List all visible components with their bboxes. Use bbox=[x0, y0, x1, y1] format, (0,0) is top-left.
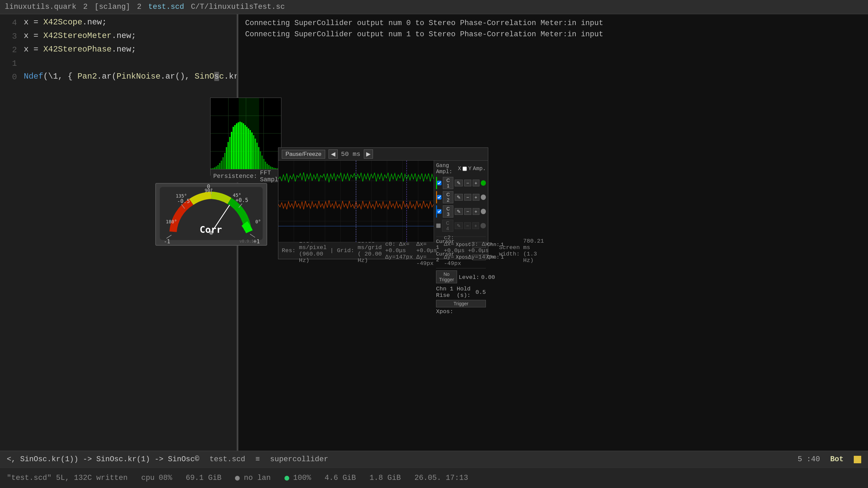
trigger-btn[interactable]: Trigger bbox=[436, 300, 486, 307]
trigger-section[interactable]: No Trigger Level: 0.00 Chn 1 Rise Hold (… bbox=[436, 268, 486, 315]
status-filename: test.scd bbox=[210, 455, 245, 464]
ch2-plus-btn[interactable]: + bbox=[473, 194, 479, 201]
line-num-4: 4 bbox=[3, 18, 17, 27]
lang-label: [sclang] bbox=[94, 3, 130, 11]
hold-val: 0.5 bbox=[475, 289, 486, 296]
line-num-3: 3 bbox=[3, 31, 17, 41]
time-left-btn[interactable]: ◀ bbox=[329, 149, 338, 159]
status-right: 5 :40 Bot bbox=[797, 455, 861, 464]
spectrum-controls[interactable]: Persistence: FFT Samples: 2048 ◀ ▶ N/Oct… bbox=[211, 169, 281, 183]
status-bar: <, SinOsc.kr(1)) -> SinOsc.kr(1) -> SinO… bbox=[0, 451, 868, 468]
separator1: | bbox=[330, 247, 333, 254]
ch4-green-btn[interactable] bbox=[480, 223, 486, 228]
scope-top-bar[interactable]: Pause/Freeze ◀ 50 ms ▶ bbox=[278, 148, 488, 161]
cpu-section: cpu 08% bbox=[141, 474, 172, 482]
ch2-checkbox[interactable] bbox=[437, 195, 441, 200]
net-section: no lan bbox=[235, 474, 271, 482]
svg-text:180°: 180° bbox=[166, 219, 177, 224]
scope-channels-display bbox=[278, 161, 434, 242]
mem2-section: 4.6 GiB bbox=[324, 474, 356, 482]
ch3-minus-btn[interactable]: − bbox=[464, 208, 471, 215]
line-content-4: x = X42Scope.new; bbox=[24, 18, 107, 27]
ch3-btn[interactable]: C 3 bbox=[443, 205, 453, 218]
spectrum-highlight bbox=[239, 98, 259, 169]
amp-label: Amp. bbox=[473, 166, 486, 172]
ch3-green-btn[interactable] bbox=[481, 209, 486, 214]
yellow-indicator bbox=[854, 456, 861, 463]
channel2-row[interactable]: C 2 ✎ − + bbox=[436, 191, 486, 203]
ch1-btn[interactable]: C 1 bbox=[443, 177, 453, 189]
line-num-2: 2 bbox=[3, 45, 17, 55]
screen-val: 780.21 ms (1.3 Hz) bbox=[523, 238, 544, 264]
line-content-0: Ndef(\1, { Pan2.ar(PinkNoise.ar(), SinOs… bbox=[24, 72, 237, 81]
ch4-edit-btn[interactable]: ✎ bbox=[455, 222, 463, 229]
ch2-edit-btn[interactable]: ✎ bbox=[455, 194, 463, 201]
spectrum-window[interactable]: Persistence: FFT Samples: 2048 ◀ ▶ N/Oct… bbox=[210, 98, 281, 176]
pause-freeze-btn[interactable]: Pause/Freeze bbox=[282, 150, 325, 159]
c3-label: c3: Δx= +0.0μs Δy=147px bbox=[468, 241, 496, 260]
ch3-plus-btn[interactable]: + bbox=[473, 208, 479, 215]
time-val: 50 ms bbox=[341, 150, 360, 158]
status-pos: 5 :40 bbox=[797, 455, 820, 464]
info-bar: "test.scd" 5L, 132C written cpu 08% 69.1… bbox=[0, 468, 868, 488]
ch3-checkbox[interactable] bbox=[437, 209, 441, 214]
status-dot bbox=[284, 476, 289, 481]
time-right-btn[interactable]: ▶ bbox=[364, 149, 373, 159]
channel1-row[interactable]: C 1 ✎ − + bbox=[436, 177, 486, 189]
level-label: Level: bbox=[459, 274, 479, 281]
channel3-row[interactable]: C 3 ✎ − + bbox=[436, 205, 486, 218]
filename-tab[interactable]: test.scd bbox=[148, 3, 184, 11]
oscilloscope-window[interactable]: Pause/Freeze ◀ 50 ms ▶ bbox=[278, 147, 488, 259]
correlation-window[interactable]: -1 -0.5 0 +0.5 +1 180° 135° 90° 45° 0° C… bbox=[155, 183, 267, 246]
net-label: no lan bbox=[244, 474, 271, 482]
c2-label: c2: Δx= +0.0μs Δy= -49px bbox=[444, 235, 465, 267]
line-num-0: 0 bbox=[3, 72, 17, 82]
ch1-minus-btn[interactable]: − bbox=[464, 180, 471, 186]
ch1-plus-btn[interactable]: + bbox=[473, 180, 479, 186]
grid-v3 bbox=[263, 98, 264, 169]
chn1-rise-label: Chn 1 Rise bbox=[436, 286, 455, 299]
ch2-btn[interactable]: C 2 bbox=[443, 191, 453, 203]
channel4-row[interactable]: C 4 ✎ − + bbox=[436, 220, 486, 232]
svg-text:Corr: Corr bbox=[200, 224, 222, 235]
scope-sidebar[interactable]: Gang Ampl: X Y Amp. C 1 ✎ − + C 2 ✎ − + bbox=[434, 161, 488, 242]
bot-label: Bot bbox=[830, 455, 844, 464]
status-lang: supercollider bbox=[270, 455, 329, 464]
code-line-3: 3 x = X42StereoMeter.new; bbox=[0, 31, 237, 45]
line-content-3: x = X42StereoMeter.new; bbox=[24, 31, 136, 40]
mem-val: 69.1 GiB bbox=[186, 474, 222, 482]
console-line-1: Connecting SuperCollider output num 0 to… bbox=[245, 19, 861, 27]
y-label: Y bbox=[468, 166, 472, 172]
top-bar: linuxutils.quark 2 [sclang] 2 test.scd C… bbox=[0, 0, 868, 14]
ch4-btn[interactable]: C 4 bbox=[442, 220, 453, 232]
written-msg-section: "test.scd" 5L, 132C written bbox=[7, 474, 127, 482]
gang-ampl-row: Gang Ampl: X Y Amp. bbox=[436, 163, 486, 175]
ch1-edit-btn[interactable]: ✎ bbox=[455, 180, 463, 186]
c0-label: c0: Δx= +0.0μs Δy=147px bbox=[385, 241, 413, 260]
svg-text:90°: 90° bbox=[204, 188, 213, 193]
status-eq: ≡ bbox=[255, 455, 260, 464]
ch4-minus-btn[interactable]: − bbox=[464, 222, 471, 229]
xpos-row: Xpos: bbox=[436, 308, 486, 315]
svg-text:-1: -1 bbox=[164, 238, 170, 245]
ch1-checkbox[interactable] bbox=[437, 181, 441, 185]
res-label: Res: bbox=[282, 247, 296, 254]
mem3-section: 1.8 GiB bbox=[370, 474, 401, 482]
net-dot bbox=[235, 476, 240, 481]
date-val: 26.05. 17:13 bbox=[414, 474, 468, 482]
scope-main: Gang Ampl: X Y Amp. C 1 ✎ − + C 2 ✎ − + bbox=[278, 161, 488, 242]
scope-grid-svg bbox=[278, 161, 434, 242]
ch2-green-btn[interactable] bbox=[481, 195, 486, 200]
no-trigger-btn[interactable]: No Trigger bbox=[436, 270, 457, 283]
ch4-checkbox[interactable] bbox=[436, 223, 441, 228]
zoom-section: 100% bbox=[284, 474, 311, 482]
date-section: 26.05. 17:13 bbox=[414, 474, 468, 482]
svg-text:135°: 135° bbox=[176, 193, 187, 199]
ch4-plus-btn[interactable]: + bbox=[472, 222, 479, 229]
ch3-edit-btn[interactable]: ✎ bbox=[455, 208, 463, 215]
ch1-green-btn[interactable] bbox=[481, 180, 486, 186]
ch2-minus-btn[interactable]: − bbox=[464, 194, 471, 201]
code-line-2: 2 x = X42StereoPhase.new; bbox=[0, 45, 237, 58]
y-checkbox[interactable] bbox=[462, 166, 467, 171]
cpu-label: cpu bbox=[141, 474, 155, 482]
